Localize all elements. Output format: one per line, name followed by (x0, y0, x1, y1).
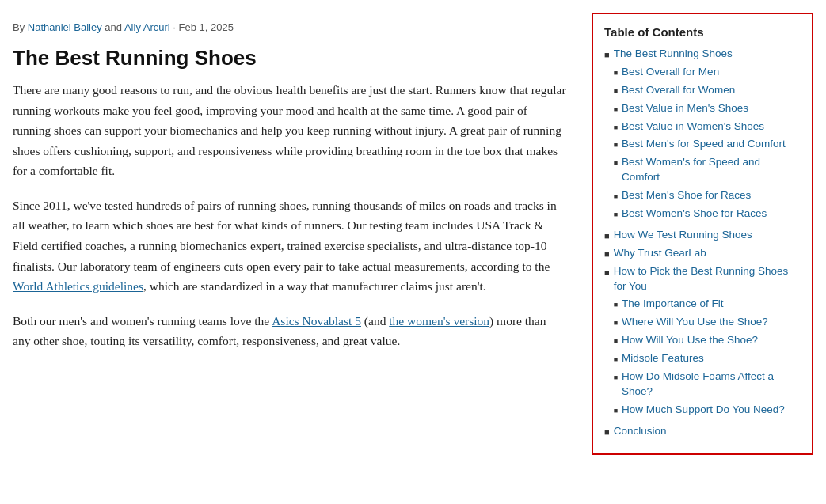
byline: By Nathaniel Bailey and Ally Arcuri · Fe… (13, 13, 566, 33)
toc-sub-link-how-use[interactable]: How Will You Use the Shoe? (622, 333, 758, 348)
toc-sub-link-best-value-men[interactable]: Best Value in Men's Shoes (622, 101, 748, 116)
toc-sub-bullet: ■ (614, 210, 618, 220)
toc-link-how-to-pick[interactable]: How to Pick the Best Running Shoes for Y… (614, 265, 789, 292)
toc-sub-link-importance-fit[interactable]: The Importance of Fit (622, 297, 723, 312)
toc-link-why-trust[interactable]: Why Trust GearLab (614, 247, 706, 259)
asics-novablast-link[interactable]: Asics Novablast 5 (272, 314, 361, 328)
toc-sub-item-best-value-men: ■ Best Value in Men's Shoes (614, 101, 801, 116)
byline-separator: and (102, 21, 124, 33)
toc-link-how-we-test[interactable]: How We Test Running Shoes (614, 229, 752, 241)
toc-sub-bullet: ■ (614, 140, 618, 150)
toc-sub-link-midsole-foams[interactable]: How Do Midsole Foams Affect a Shoe? (622, 369, 801, 400)
para2-part2: , which are standardized in a way that m… (143, 279, 486, 293)
toc-item-4-content: How to Pick the Best Running Shoes for Y… (614, 264, 801, 421)
toc-sub-link-best-value-women[interactable]: Best Value in Women's Shoes (622, 119, 764, 135)
toc-bullet-2: ■ (604, 230, 610, 242)
toc-sub-item-best-overall-women: ■ Best Overall for Women (614, 83, 801, 98)
toc-item-5-content: Conclusion (614, 424, 801, 439)
article-title: The Best Running Shoes (13, 46, 566, 70)
womens-version-link[interactable]: the women's version (389, 314, 489, 328)
toc-title: Table of Contents (604, 25, 801, 39)
toc-sub-link-support[interactable]: How Much Support Do You Need? (622, 403, 785, 418)
toc-sub-item-importance-fit: ■ The Importance of Fit (614, 297, 801, 312)
article-paragraph-2: Since 2011, we've tested hundreds of pai… (13, 195, 566, 297)
toc-item-conclusion: ■ Conclusion (604, 424, 801, 439)
toc-bullet-3: ■ (604, 248, 610, 260)
toc-sub-link-best-mens-speed[interactable]: Best Men's for Speed and Comfort (622, 137, 786, 152)
toc-sub-bullet: ■ (614, 86, 618, 97)
toc-bullet-1: ■ (604, 49, 610, 61)
author2-link[interactable]: Ally Arcuri (124, 21, 170, 33)
para2-part1: Since 2011, we've tested hundreds of pai… (13, 199, 557, 273)
page-layout: By Nathaniel Bailey and Ally Arcuri · Fe… (0, 0, 826, 468)
toc-item-how-we-test: ■ How We Test Running Shoes (604, 228, 801, 243)
toc-item-3-content: Why Trust GearLab (614, 246, 801, 261)
toc-sub-link-where-use[interactable]: Where Will You Use the Shoe? (622, 315, 768, 330)
toc-sublist-1: ■ Best Overall for Men ■ Best Overall fo… (614, 65, 801, 222)
toc-sub-bullet: ■ (614, 318, 618, 328)
article-paragraph-3: Both our men's and women's running teams… (13, 311, 566, 351)
toc-link-conclusion[interactable]: Conclusion (614, 425, 667, 437)
toc-sub-bullet: ■ (614, 336, 618, 347)
toc-bullet-5: ■ (604, 426, 610, 438)
toc-sub-item-best-mens-speed: ■ Best Men's for Speed and Comfort (614, 137, 801, 152)
toc-sub-item-best-womens-speed: ■ Best Women's for Speed and Comfort (614, 155, 801, 185)
toc-sub-item-best-womens-race: ■ Best Women's Shoe for Races (614, 207, 801, 222)
toc-sub-link-best-mens-race[interactable]: Best Men's Shoe for Races (622, 188, 751, 203)
toc-item-2-content: How We Test Running Shoes (614, 228, 801, 243)
toc-sublist-4: ■ The Importance of Fit ■ Where Will You… (614, 297, 801, 417)
toc-sub-link-best-overall-women[interactable]: Best Overall for Women (622, 83, 735, 98)
byline-date: Feb 1, 2025 (179, 21, 234, 33)
toc-sub-item-how-use: ■ How Will You Use the Shoe? (614, 333, 801, 348)
author1-link[interactable]: Nathaniel Bailey (28, 21, 102, 33)
toc-sub-link-best-overall-men[interactable]: Best Overall for Men (622, 65, 719, 80)
toc-sub-link-best-womens-race[interactable]: Best Women's Shoe for Races (622, 207, 767, 222)
table-of-contents: Table of Contents ■ The Best Running Sho… (592, 13, 813, 455)
toc-sub-item-midsole: ■ Midsole Features (614, 351, 801, 366)
toc-sub-bullet: ■ (614, 354, 618, 365)
toc-sub-link-midsole[interactable]: Midsole Features (622, 351, 704, 366)
toc-sub-bullet: ■ (614, 191, 618, 202)
toc-sub-bullet: ■ (614, 104, 618, 115)
para3-part1: Both our men's and women's running teams… (13, 314, 272, 328)
toc-sub-link-best-womens-speed[interactable]: Best Women's for Speed and Comfort (622, 155, 801, 185)
byline-prefix: By (13, 21, 28, 33)
world-athletics-link[interactable]: World Athletics guidelines (13, 279, 143, 293)
toc-sub-bullet: ■ (614, 68, 618, 78)
toc-bullet-4: ■ (604, 267, 610, 279)
toc-item-best-running-shoes: ■ The Best Running Shoes ■ Best Overall … (604, 47, 801, 225)
toc-sub-item-midsole-foams: ■ How Do Midsole Foams Affect a Shoe? (614, 369, 801, 400)
toc-sub-bullet: ■ (614, 123, 618, 133)
toc-sub-item-best-mens-race: ■ Best Men's Shoe for Races (614, 188, 801, 203)
toc-sub-item-best-value-women: ■ Best Value in Women's Shoes (614, 119, 801, 135)
toc-sub-bullet: ■ (614, 300, 618, 310)
article-body: There are many good reasons to run, and … (13, 80, 566, 351)
toc-sub-item-where-use: ■ Where Will You Use the Shoe? (614, 315, 801, 330)
article-paragraph-1: There are many good reasons to run, and … (13, 80, 566, 181)
toc-item-how-to-pick: ■ How to Pick the Best Running Shoes for… (604, 264, 801, 421)
toc-sub-bullet: ■ (614, 158, 618, 169)
toc-item-1-content: The Best Running Shoes ■ Best Overall fo… (614, 47, 801, 225)
toc-sub-item-best-overall-men: ■ Best Overall for Men (614, 65, 801, 80)
toc-sub-item-support: ■ How Much Support Do You Need? (614, 403, 801, 418)
toc-link-best-running-shoes[interactable]: The Best Running Shoes (614, 47, 733, 59)
para1-text: There are many good reasons to run, and … (13, 83, 566, 177)
toc-sub-bullet: ■ (614, 373, 618, 383)
para3-part2: (and (361, 314, 389, 328)
main-content: By Nathaniel Bailey and Ally Arcuri · Fe… (13, 13, 573, 366)
toc-list: ■ The Best Running Shoes ■ Best Overall … (604, 47, 801, 439)
toc-sub-bullet: ■ (614, 406, 618, 416)
byline-date-separator: · (170, 21, 179, 33)
toc-item-why-trust: ■ Why Trust GearLab (604, 246, 801, 261)
